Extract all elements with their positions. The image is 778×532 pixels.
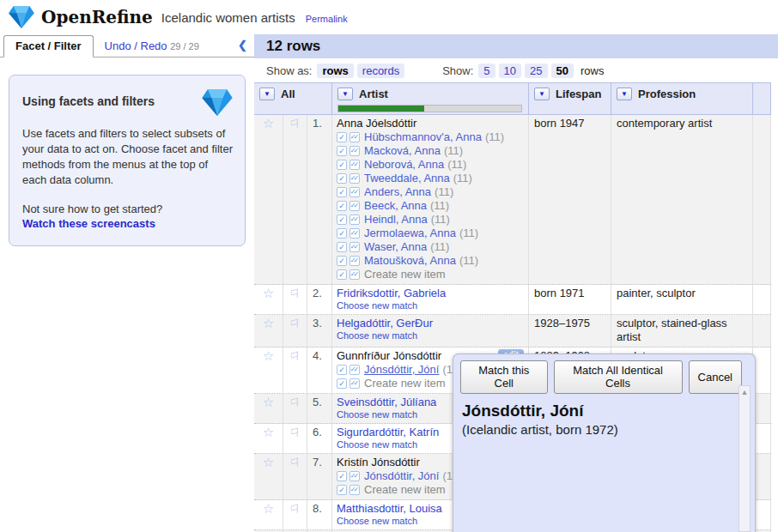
candidate-line: ✓✓✓Hübschmannov'a, Anna(11) bbox=[337, 130, 528, 144]
page-size-50-button[interactable]: 50 bbox=[551, 63, 574, 78]
match-this-icon[interactable]: ✓ bbox=[337, 485, 347, 495]
candidate-link[interactable]: Jermolaewa, Anna bbox=[364, 227, 456, 240]
flag-icon[interactable]: ⚐ bbox=[289, 456, 301, 469]
create-new-item-link[interactable]: Create new item bbox=[364, 483, 446, 497]
matched-artist-link[interactable]: Matthiasdottir, Louisa bbox=[337, 502, 442, 515]
permalink-link[interactable]: Permalink bbox=[306, 14, 348, 24]
scroll-up-icon[interactable]: ▲ bbox=[739, 386, 750, 398]
match-similar-icon[interactable]: ✓✓ bbox=[349, 146, 360, 156]
extra-cell bbox=[753, 348, 771, 393]
chevron-down-icon: ▼ bbox=[538, 91, 545, 98]
match-this-icon[interactable]: ✓ bbox=[337, 365, 347, 375]
star-cell: ☆ bbox=[254, 394, 283, 423]
page-size-10-button[interactable]: 10 bbox=[499, 63, 521, 78]
match-this-icon[interactable]: ✓ bbox=[337, 242, 347, 252]
candidate-link[interactable]: Tweeddale, Anna bbox=[364, 172, 450, 185]
all-column-menu-button[interactable]: ▼ bbox=[259, 88, 275, 100]
star-icon[interactable]: ☆ bbox=[263, 425, 274, 439]
tab-undo-redo[interactable]: Undo / Redo 29 / 29 bbox=[94, 36, 210, 57]
create-new-item-link[interactable]: Create new item bbox=[364, 377, 446, 390]
star-icon[interactable]: ☆ bbox=[263, 316, 274, 330]
match-similar-icon[interactable]: ✓✓ bbox=[349, 187, 360, 197]
match-similar-icon[interactable]: ✓✓ bbox=[349, 269, 360, 280]
cancel-button[interactable]: Cancel bbox=[689, 360, 742, 394]
artist-column-label: Artist bbox=[359, 88, 388, 100]
match-similar-icon[interactable]: ✓✓ bbox=[349, 132, 360, 142]
match-similar-icon[interactable]: ✓✓ bbox=[349, 228, 360, 239]
match-this-cell-button[interactable]: Match this Cell bbox=[460, 360, 548, 394]
candidate-link[interactable]: Macková, Anna bbox=[364, 144, 441, 158]
flag-icon[interactable]: ⚐ bbox=[289, 117, 301, 130]
flag-icon[interactable]: ⚐ bbox=[289, 287, 301, 300]
flag-icon[interactable]: ⚐ bbox=[289, 502, 301, 516]
match-similar-icon[interactable]: ✓✓ bbox=[349, 485, 360, 495]
collapse-panel-icon[interactable]: ❮ bbox=[238, 39, 247, 51]
popup-scrollbar[interactable]: ▲ bbox=[738, 385, 751, 532]
flag-icon[interactable]: ⚐ bbox=[289, 396, 301, 409]
star-icon[interactable]: ☆ bbox=[263, 348, 274, 363]
match-similar-icon[interactable]: ✓✓ bbox=[349, 471, 360, 481]
matched-artist-link[interactable]: Sigurdardóttir, Katrín bbox=[337, 426, 439, 438]
openrefine-app: OpenRefine Icelandic women artists Perma… bbox=[0, 0, 778, 532]
match-this-icon[interactable]: ✓ bbox=[337, 471, 347, 481]
choose-new-match-link[interactable]: Choose new match bbox=[337, 300, 528, 311]
match-similar-icon[interactable]: ✓✓ bbox=[349, 256, 360, 266]
match-this-icon[interactable]: ✓ bbox=[337, 160, 347, 170]
matched-artist-link[interactable]: Helgadóttir, GerÐur bbox=[337, 317, 433, 329]
match-all-identical-cells-button[interactable]: Match All Identical Cells bbox=[554, 360, 683, 394]
artist-column-menu-button[interactable]: ▼ bbox=[337, 88, 353, 100]
show-as-records-button[interactable]: records bbox=[357, 63, 404, 78]
artist-cell: Anna Jóelsdóttir✓✓✓Hübschmannov'a, Anna(… bbox=[332, 115, 529, 284]
star-icon[interactable]: ☆ bbox=[263, 455, 274, 469]
match-this-icon[interactable]: ✓ bbox=[337, 378, 347, 389]
star-icon[interactable]: ☆ bbox=[263, 501, 274, 516]
candidate-link[interactable]: Hübschmannov'a, Anna bbox=[364, 130, 482, 144]
flag-icon[interactable]: ⚐ bbox=[289, 426, 301, 439]
flag-icon[interactable]: ⚐ bbox=[289, 317, 301, 330]
candidate-link[interactable]: Beeck, Anna bbox=[364, 199, 427, 213]
candidate-link[interactable]: Matoušková, Anna bbox=[364, 254, 456, 268]
tab-facet-filter[interactable]: Facet / Filter bbox=[3, 35, 94, 57]
match-this-icon[interactable]: ✓ bbox=[337, 256, 347, 266]
page-size-25-button[interactable]: 25 bbox=[525, 63, 547, 78]
match-similar-icon[interactable]: ✓✓ bbox=[349, 365, 360, 375]
match-similar-icon[interactable]: ✓✓ bbox=[349, 201, 360, 211]
star-icon[interactable]: ☆ bbox=[263, 116, 274, 130]
show-as-rows-button[interactable]: rows bbox=[317, 63, 353, 78]
match-this-icon[interactable]: ✓ bbox=[337, 173, 347, 184]
choose-new-match-link[interactable]: Choose new match bbox=[337, 330, 528, 342]
match-this-icon[interactable]: ✓ bbox=[337, 187, 347, 197]
star-icon[interactable]: ☆ bbox=[263, 286, 274, 300]
match-this-icon[interactable]: ✓ bbox=[337, 215, 347, 225]
candidate-link[interactable]: Anders, Anna bbox=[364, 185, 431, 199]
candidate-link[interactable]: Waser, Anna bbox=[364, 240, 427, 254]
row-index: 7. bbox=[307, 454, 332, 499]
match-similar-icon[interactable]: ✓✓ bbox=[349, 173, 360, 184]
candidate-link[interactable]: Heindl, Anna bbox=[364, 213, 428, 227]
match-this-icon[interactable]: ✓ bbox=[337, 228, 347, 239]
create-new-item-link[interactable]: Create new item bbox=[364, 268, 446, 281]
match-this-icon[interactable]: ✓ bbox=[337, 201, 347, 211]
candidate-link[interactable]: Neborová, Anna bbox=[364, 158, 444, 172]
flag-cell: ⚐ bbox=[283, 454, 307, 499]
reconcile-progress-bar bbox=[337, 105, 522, 112]
candidate-link[interactable]: Jónsdóttir, Jóní bbox=[364, 363, 439, 377]
watch-screencasts-link[interactable]: Watch these screencasts bbox=[22, 217, 155, 230]
candidate-line: ✓✓✓Macková, Anna(11) bbox=[337, 144, 528, 158]
match-this-icon[interactable]: ✓ bbox=[337, 146, 347, 156]
match-similar-icon[interactable]: ✓✓ bbox=[349, 378, 360, 389]
profession-column-menu-button[interactable]: ▼ bbox=[617, 88, 632, 100]
page-size-5-button[interactable]: 5 bbox=[478, 63, 495, 78]
star-icon[interactable]: ☆ bbox=[263, 395, 274, 409]
match-this-icon[interactable]: ✓ bbox=[337, 132, 347, 142]
candidate-link[interactable]: Jónsdóttir, Jóní bbox=[364, 469, 439, 483]
lifespan-column-menu-button[interactable]: ▼ bbox=[534, 88, 550, 100]
match-similar-icon[interactable]: ✓✓ bbox=[349, 215, 360, 225]
extra-cell bbox=[753, 424, 771, 453]
match-similar-icon[interactable]: ✓✓ bbox=[349, 160, 360, 170]
match-this-icon[interactable]: ✓ bbox=[337, 269, 347, 280]
flag-icon[interactable]: ⚐ bbox=[289, 349, 301, 363]
match-similar-icon[interactable]: ✓✓ bbox=[349, 242, 360, 252]
matched-artist-link[interactable]: Fridriksdottir, Gabriela bbox=[337, 287, 446, 299]
matched-artist-link[interactable]: Sveinsdóttir, Júlíana bbox=[337, 396, 436, 408]
